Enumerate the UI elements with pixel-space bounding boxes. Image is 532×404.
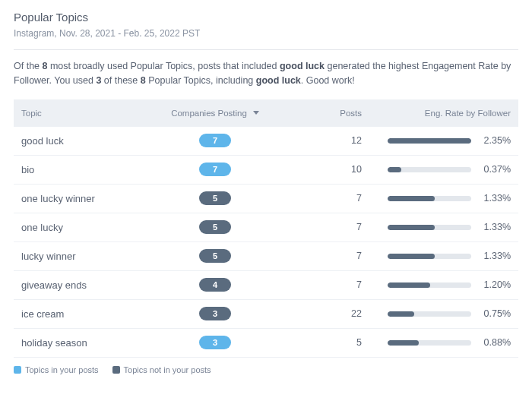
companies-pill: 3 [199, 336, 231, 349]
posts-cell: 12 [272, 135, 371, 146]
posts-cell: 7 [272, 222, 371, 232]
engagement-bar-track [388, 311, 471, 317]
engagement-cell: 1.33% [371, 193, 518, 204]
summary-total2: 8 [141, 75, 146, 86]
summary-text: Of the 8 most broadly used Popular Topic… [14, 59, 518, 89]
topic-cell: ice cream [14, 308, 158, 320]
legend-swatch-blue-icon [14, 366, 21, 374]
legend-label: Topics in your posts [25, 365, 99, 374]
popular-topics-panel: Popular Topics Instagram, Nov. 28, 2021 … [0, 0, 532, 382]
summary-segment: Of the [14, 61, 43, 71]
topic-cell: bio [14, 164, 158, 175]
engagement-bar-fill [388, 167, 401, 172]
topic-cell: lucky winner [14, 251, 158, 262]
engagement-cell: 0.37% [371, 164, 518, 175]
table-row[interactable]: ice cream3220.75% [14, 300, 518, 329]
engagement-bar-fill [388, 340, 419, 346]
companies-pill: 7 [199, 163, 231, 176]
engagement-cell: 2.35% [371, 135, 518, 146]
topic-cell: good luck [14, 135, 158, 147]
companies-cell: 5 [158, 191, 272, 205]
engagement-bar-fill [388, 254, 435, 259]
summary-top-topic: good luck [280, 61, 325, 71]
column-header-companies[interactable]: Companies Posting [158, 109, 272, 118]
engagement-bar-fill [388, 311, 414, 317]
table-header: Topic Companies Posting Posts Eng. Rate … [14, 99, 518, 127]
legend-swatch-gray-icon [112, 366, 120, 374]
legend: Topics in your posts Topics not in your … [14, 365, 518, 374]
table-body: good luck7122.35%bio7100.37%one lucky wi… [14, 127, 518, 358]
companies-cell: 7 [158, 163, 272, 176]
summary-segment: . Good work! [301, 75, 355, 86]
posts-cell: 7 [272, 193, 371, 204]
table-row[interactable]: lucky winner571.33% [14, 242, 518, 271]
companies-cell: 5 [158, 220, 272, 234]
companies-cell: 7 [158, 134, 272, 147]
engagement-value: 1.20% [479, 279, 511, 290]
engagement-value: 2.35% [479, 135, 511, 146]
page-subtitle: Instagram, Nov. 28, 2021 - Feb. 25, 2022… [14, 28, 518, 39]
column-header-engagement[interactable]: Eng. Rate by Follower [371, 109, 518, 118]
topic-cell: holiday season [14, 337, 158, 349]
divider [14, 49, 518, 50]
column-header-label: Companies Posting [171, 109, 247, 118]
sort-desc-icon [253, 111, 259, 115]
table-row[interactable]: holiday season350.88% [14, 329, 518, 358]
topic-cell: one lucky winner [14, 193, 158, 204]
companies-pill: 5 [199, 249, 231, 263]
summary-segment: of these [101, 75, 140, 86]
page-title: Popular Topics [14, 11, 518, 24]
engagement-value: 1.33% [479, 193, 511, 204]
summary-top-topic2: good luck [256, 75, 301, 86]
companies-cell: 3 [158, 336, 272, 349]
engagement-bar-fill [388, 282, 430, 288]
engagement-cell: 1.33% [371, 251, 518, 261]
engagement-value: 0.37% [479, 164, 511, 175]
engagement-value: 0.75% [479, 308, 511, 319]
engagement-cell: 1.20% [371, 279, 518, 290]
engagement-bar-track [388, 225, 471, 230]
companies-cell: 4 [158, 278, 272, 292]
summary-segment: most broadly used Popular Topics, posts … [47, 61, 280, 71]
summary-segment: Popular Topics, including [146, 75, 256, 86]
companies-pill: 4 [199, 278, 231, 292]
engagement-cell: 0.75% [371, 308, 518, 319]
table-row[interactable]: one lucky571.33% [14, 213, 518, 242]
posts-cell: 22 [272, 308, 371, 319]
engagement-bar-track [388, 138, 471, 144]
posts-cell: 5 [272, 337, 371, 348]
engagement-cell: 0.88% [371, 337, 518, 348]
engagement-value: 1.33% [479, 251, 511, 261]
posts-cell: 7 [272, 279, 371, 290]
column-header-posts[interactable]: Posts [272, 109, 371, 118]
engagement-bar-fill [388, 225, 435, 230]
companies-pill: 5 [199, 220, 231, 234]
companies-cell: 3 [158, 307, 272, 320]
posts-cell: 7 [272, 251, 371, 261]
engagement-value: 0.88% [479, 337, 511, 348]
engagement-cell: 1.33% [371, 222, 518, 232]
table-row[interactable]: good luck7122.35% [14, 127, 518, 156]
companies-pill: 3 [199, 307, 231, 320]
engagement-bar-track [388, 167, 471, 172]
column-header-topic[interactable]: Topic [14, 109, 158, 118]
topic-cell: one lucky [14, 222, 158, 233]
posts-cell: 10 [272, 164, 371, 175]
engagement-bar-track [388, 254, 471, 259]
table-row[interactable]: bio7100.37% [14, 156, 518, 185]
engagement-bar-fill [388, 138, 471, 144]
engagement-bar-track [388, 196, 471, 201]
engagement-bar-fill [388, 196, 435, 201]
companies-cell: 5 [158, 249, 272, 263]
table-row[interactable]: giveaway ends471.20% [14, 271, 518, 300]
legend-label: Topics not in your posts [124, 365, 211, 374]
table-row[interactable]: one lucky winner571.33% [14, 185, 518, 213]
topic-cell: giveaway ends [14, 279, 158, 291]
engagement-bar-track [388, 282, 471, 288]
companies-pill: 5 [199, 191, 231, 205]
legend-not-in-posts: Topics not in your posts [112, 365, 211, 374]
legend-in-posts: Topics in your posts [14, 365, 99, 374]
engagement-value: 1.33% [479, 222, 511, 232]
companies-pill: 7 [199, 134, 231, 147]
topics-table: Topic Companies Posting Posts Eng. Rate … [14, 99, 518, 358]
